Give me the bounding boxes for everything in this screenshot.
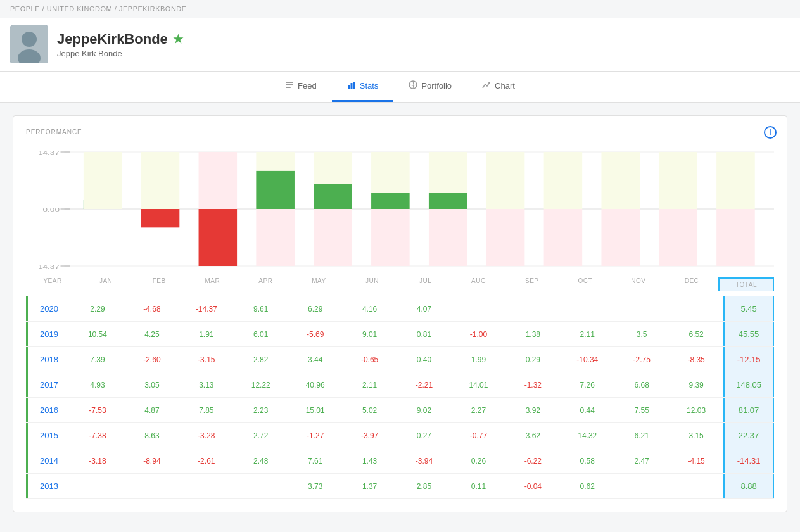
month-cell: 3.73 [288,474,343,498]
tab-feed[interactable]: Feed [270,72,332,102]
col-apr: APR [239,277,292,291]
profile-info: JeppeKirkBonde ★ Jeppe Kirk Bonde [57,31,183,58]
tab-chart-label: Chart [495,81,515,91]
breadcrumb: PEOPLE UNITED KINGDOM JEPPEKIRKBONDE [0,0,800,18]
col-total: TOTAL [718,277,774,291]
svg-rect-40 [544,152,583,209]
svg-rect-27 [256,209,295,266]
breadcrumb-user[interactable]: JEPPEKIRKBONDE [115,5,187,13]
month-cell [505,301,560,317]
month-cell: 9.01 [343,322,397,346]
month-cell: 14.32 [560,424,614,448]
svg-text:-14.37: -14.37 [35,263,60,269]
month-cell: 7.26 [560,373,614,397]
star-icon[interactable]: ★ [173,32,183,46]
tab-chart[interactable]: Chart [467,72,530,102]
breadcrumb-people[interactable]: PEOPLE [10,5,40,13]
col-feb: FEB [132,277,186,291]
tab-portfolio[interactable]: Portfolio [393,72,467,102]
month-cell: -5.69 [288,322,343,346]
svg-rect-38 [486,152,525,209]
stats-icon [347,80,356,91]
tab-stats-label: Stats [360,81,379,91]
month-cell: 10.54 [70,322,125,346]
month-cell: 15.01 [288,398,343,422]
svg-rect-30 [314,209,352,266]
year-cell[interactable]: 2017 [26,372,70,397]
month-cell: 1.38 [505,322,560,346]
month-cell [451,301,505,317]
table-row: 201910.544.251.916.01-5.699.010.81-1.001… [26,322,774,347]
month-cell: -8.94 [125,449,179,473]
col-mar: MAR [186,277,239,291]
year-cell[interactable]: 2018 [26,347,70,372]
month-cell: -10.34 [560,348,614,372]
month-cell [70,479,125,494]
month-cell: 2.72 [234,424,288,448]
month-cell: 6.29 [288,297,343,321]
year-cell[interactable]: 2015 [26,423,70,448]
chart-icon [482,80,491,91]
tab-stats[interactable]: Stats [332,72,394,102]
breadcrumb-region[interactable]: UNITED KINGDOM [42,5,113,13]
month-cell [125,479,179,494]
info-icon[interactable]: i [764,126,777,139]
month-cell: 7.55 [614,398,669,422]
svg-rect-7 [350,83,352,89]
month-cell: 4.25 [125,322,179,346]
month-cell: -2.75 [614,348,669,372]
year-cell[interactable]: 2014 [26,448,70,473]
total-cell: -14.31 [723,448,774,473]
svg-point-1 [22,32,37,47]
svg-rect-19 [84,152,122,209]
month-cell: 0.44 [560,398,614,422]
svg-rect-25 [199,209,238,266]
svg-rect-42 [601,152,640,209]
svg-text:0.00: 0.00 [42,206,59,212]
svg-rect-23 [141,209,180,227]
svg-rect-3 [286,82,293,83]
month-cell: 2.85 [397,474,452,498]
month-cell: 12.03 [669,398,723,422]
month-cell: 0.27 [397,424,452,448]
month-cell: -2.60 [125,348,179,372]
month-cell: 0.29 [505,348,560,372]
performance-card: PERFORMANCE i 14.37 0.00 -14.37 [13,115,787,512]
month-cell: 7.39 [70,348,125,372]
month-cell: -2.61 [179,449,234,473]
month-cell: -0.77 [451,424,505,448]
table-row: 2016-7.534.877.852.2315.015.029.022.273.… [26,398,774,423]
month-cell [560,301,614,317]
fullname-display: Jeppe Kirk Bonde [57,49,183,58]
month-cell: 4.87 [125,398,179,422]
year-cell[interactable]: 2019 [26,322,70,346]
total-cell: 81.07 [723,398,774,422]
username-display: JeppeKirkBonde ★ [57,31,183,48]
month-cell: -3.94 [397,449,452,473]
month-cell: 6.52 [669,322,723,346]
svg-rect-46 [716,152,755,209]
svg-rect-8 [353,82,355,89]
total-cell: 5.45 [723,296,774,321]
table-row: 20202.29-4.68-14.379.616.294.164.075.45 [26,296,774,322]
month-cell: -3.15 [179,348,234,372]
year-cell[interactable]: 2020 [26,296,70,321]
table-row: 20174.933.053.1312.2240.962.11-2.2114.01… [26,372,774,398]
month-cell: 5.02 [343,398,397,422]
col-dec: DEC [665,277,718,291]
month-cell: 7.61 [288,449,343,473]
month-cell: 6.68 [614,373,669,397]
month-cell: 2.27 [451,398,505,422]
profile-header: JeppeKirkBonde ★ Jeppe Kirk Bonde [0,18,800,72]
svg-rect-31 [314,184,352,209]
table-row: 2014-3.18-8.94-2.612.487.611.43-3.940.26… [26,448,774,474]
month-cell: 2.47 [614,449,669,473]
month-cell: -14.37 [179,297,234,321]
svg-rect-4 [286,84,293,86]
col-sep: SEP [505,277,559,291]
year-cell[interactable]: 2013 [26,474,70,498]
month-cell: 2.29 [70,297,125,321]
col-year: YEAR [26,277,79,291]
svg-rect-37 [429,193,467,210]
year-cell[interactable]: 2016 [26,398,70,422]
